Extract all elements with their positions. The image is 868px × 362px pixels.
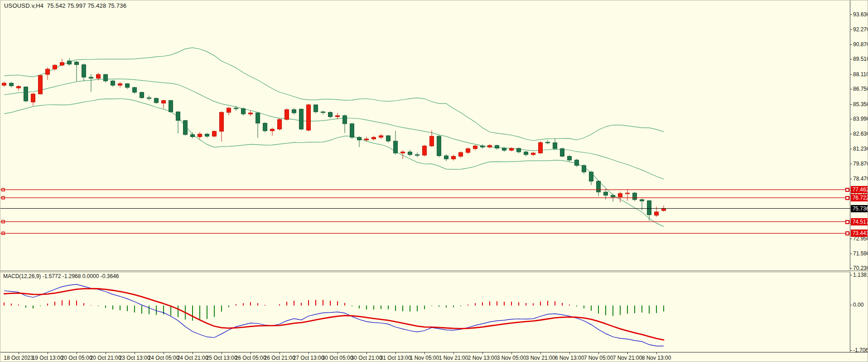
candle [386,135,391,143]
price-tick-label: 88.110 [853,71,868,78]
candle [31,93,35,106]
candle [343,115,347,133]
time-tick-label: 18 Oct 2023 [4,355,33,361]
candle [466,147,470,154]
candle [75,61,79,81]
candle [328,111,333,118]
price-tick-label: 86.750 [853,86,868,92]
price-axis-tick [850,74,852,75]
time-axis-tick [280,352,280,354]
time-tick-label: 20 Oct 05:00 [61,355,92,361]
time-axis-tick [48,352,48,354]
time-tick-label: 24 Oct 21:00 [177,355,208,361]
time-axis-tick [164,352,164,354]
symbol-timeframe-label: USOUSD.v,H4 [4,2,43,9]
candle [24,86,28,102]
ohlc-readout: 75.542 75.997 75.428 75.736 [47,2,126,9]
macd-canvas[interactable] [0,272,850,352]
time-axis-tick [366,352,367,354]
price-tick-label: 81.230 [853,146,868,152]
candle [133,87,137,94]
candle [60,59,64,67]
bollinger-middle-band [4,79,664,179]
time-tick-label: 2 Nov 13:00 [468,355,497,361]
time-axis-tick [540,352,541,354]
candle [285,108,289,120]
price-tick-label: 93.630 [853,11,868,18]
time-axis-tick [309,352,309,354]
candle [473,145,477,150]
price-axis-tick [850,44,852,45]
candle [495,145,499,150]
time-tick-label: 30 Oct 21:00 [351,355,382,361]
candle [452,155,456,161]
time-tick-label: 26 Oct 21:00 [264,355,295,361]
time-axis[interactable]: 18 Oct 202319 Oct 13:0020 Oct 05:0020 Oc… [0,352,868,362]
time-axis-tick [106,352,106,354]
candle [241,108,246,116]
candle [394,131,398,155]
candle [546,140,550,145]
macd-panel[interactable]: MACD(12,26,9) -1.5772 -1.2968 0.0000 -0.… [0,272,850,352]
time-axis-tick [338,352,338,354]
candle [568,155,572,161]
candle [647,200,651,221]
chart-title: USOUSD.v,H4 75.542 75.997 75.428 75.736 [4,2,126,9]
candle [357,136,362,147]
candle [314,104,318,113]
candle [481,144,485,149]
time-tick-label: 25 Oct 13:00 [206,355,237,361]
candle [589,171,593,185]
candle [220,111,224,142]
time-tick-label: 23 Oct 13:00 [119,355,150,361]
candle [2,82,6,87]
macd-axis-tick [850,350,852,351]
candle [125,83,130,89]
candle [278,118,282,130]
time-tick-label: 1 Nov 05:00 [410,355,439,361]
price-line-label: 73.441 [851,230,868,237]
price-chart-panel[interactable]: USOUSD.v,H4 75.542 75.997 75.428 75.736 [0,0,850,270]
candle [423,145,427,156]
time-axis-tick [424,352,425,354]
price-line-label: 74.517 [851,218,868,225]
macd-line [4,284,664,346]
candle [299,108,304,130]
candle [292,108,296,114]
candle [89,74,93,92]
candle [321,111,325,114]
candle [444,154,448,161]
candle [191,132,195,138]
candle [379,134,383,139]
time-tick-label: 7 Nov 05:00 [584,355,613,361]
price-chart-canvas[interactable] [0,0,850,270]
time-tick-label: 3 Nov 05:00 [497,355,526,361]
candle [104,74,108,83]
chart-window: USOUSD.v,H4 75.542 75.997 75.428 75.736 … [0,0,868,362]
candle [118,82,122,88]
price-axis-tick [850,119,852,119]
macd-axis-tick [850,305,852,305]
candle [82,64,86,81]
candle [212,130,217,137]
candle [618,192,622,202]
price-tick-label: 79.870 [853,161,868,167]
time-axis-tick [251,352,251,354]
price-tick-label: 78.470 [853,176,868,182]
price-tick-label: 90.870 [853,41,868,48]
time-tick-label: 31 Oct 13:00 [380,355,411,361]
candle [205,133,209,138]
candle [46,68,50,80]
price-tick-label: 71.590 [853,250,868,257]
candle [17,85,21,91]
candle [256,113,260,138]
time-tick-label: 3 Nov 21:00 [526,355,555,361]
time-tick-label: 24 Oct 05:00 [148,355,179,361]
price-tick-label: 89.510 [853,56,868,62]
candle [307,104,311,132]
price-tick-label: 83.990 [853,116,868,122]
price-line-label: 76.722 [851,194,868,201]
hline-axis-marker-icon [845,231,849,235]
candle [10,82,14,88]
time-axis-tick [395,352,396,354]
